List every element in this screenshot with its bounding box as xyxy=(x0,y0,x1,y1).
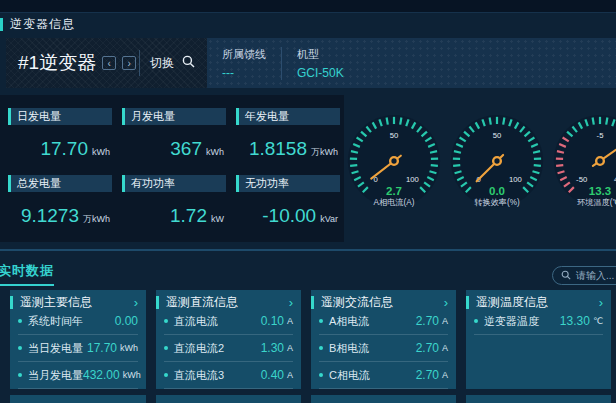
stat-card: 年发电量1.8158万kWh xyxy=(236,108,340,160)
bullet-icon xyxy=(18,319,22,323)
gauge-环境温度(℃): -50-54013.3环境温度(℃) xyxy=(552,113,616,209)
telemetry-row-label: C相电流 xyxy=(329,368,370,383)
telemetry-row-unit: A xyxy=(442,343,448,353)
panel-header[interactable]: 遥测主要信息› xyxy=(10,290,146,306)
gauge-转换效率(%): 0501000.0转换效率(%) xyxy=(449,113,545,209)
switch-device-button[interactable]: 切换 xyxy=(150,55,174,72)
top-bar xyxy=(0,0,616,13)
telemetry-row-label: 当日发电量 xyxy=(28,341,83,356)
telemetry-row-value: 432.00 xyxy=(83,368,120,382)
svg-text:100: 100 xyxy=(509,175,522,184)
telemetry-row: B相电流2.70A xyxy=(319,335,448,362)
stat-card-unit: kW xyxy=(211,214,224,224)
chevron-right-icon[interactable]: › xyxy=(444,296,448,309)
panel-header[interactable]: 遥测温度信息› xyxy=(466,290,611,306)
telemetry-row-unit: A xyxy=(442,316,448,326)
chevron-right-icon[interactable]: › xyxy=(289,296,293,309)
stat-card-value-row: -10.00kVar xyxy=(236,205,340,227)
page-header: 逆变器信息 xyxy=(0,16,75,32)
prev-device-button[interactable]: ‹ xyxy=(102,56,116,70)
stat-card-value: 367 xyxy=(170,138,202,160)
device-info-panel: 所属馈线---机型GCI-50K xyxy=(207,38,616,88)
panel-title: 遥测温度信息 xyxy=(476,294,548,311)
telemetry-row-label: 直流电流 xyxy=(174,314,218,329)
section-title-realtime: 实时数据 xyxy=(0,262,54,286)
gauge-label: 转换效率(%) xyxy=(474,198,520,207)
panel-rows: 直流电流0.10A直流电流21.30A直流电流30.40A xyxy=(156,306,301,389)
telemetry-panel-partial xyxy=(311,395,456,403)
bullet-icon xyxy=(474,319,478,323)
telemetry-row-value: 0.10 xyxy=(261,314,284,328)
telemetry-row-unit: A xyxy=(287,343,293,353)
realtime-search-input[interactable]: 请输入... xyxy=(552,266,616,285)
gauges-row: 0501002.7A相电流(A)0501000.0转换效率(%)-50-5401… xyxy=(346,113,616,209)
telemetry-row-value: 1.30 xyxy=(261,341,284,355)
stat-card-unit: 万kWh xyxy=(311,146,338,159)
telemetry-row: A相电流2.70A xyxy=(319,308,448,335)
stats-grid: 日发电量17.70kWh月发电量367kWh年发电量1.8158万kWh总发电量… xyxy=(0,95,344,227)
gauge-value: 2.7 xyxy=(386,185,402,197)
stat-card-value: 9.1273 xyxy=(21,205,79,227)
telemetry-row-value: 2.70 xyxy=(416,314,439,328)
telemetry-panel: 遥测主要信息›系统时间年0.00当日发电量17.70kWh当月发电量432.00… xyxy=(10,290,146,389)
gauge-dial: 0501000.0转换效率(%) xyxy=(449,113,545,209)
telemetry-row-value: 0.40 xyxy=(261,368,284,382)
stat-card-unit: 万kWh xyxy=(83,213,110,226)
panel-header[interactable]: 遥测直流信息› xyxy=(156,290,301,306)
panel-header[interactable]: 遥测交流信息› xyxy=(311,290,456,306)
stat-card: 总发电量9.1273万kWh xyxy=(8,175,112,227)
gauge-dial: 0501002.7A相电流(A) xyxy=(346,113,442,209)
next-device-button[interactable]: › xyxy=(122,56,136,70)
stat-card-value-row: 1.72kW xyxy=(122,205,226,227)
telemetry-panels: 遥测主要信息›系统时间年0.00当日发电量17.70kWh当月发电量432.00… xyxy=(10,290,611,389)
stat-card-unit: kWh xyxy=(206,147,224,157)
telemetry-row: 逆变器温度13.30℃ xyxy=(474,308,603,335)
panel-accent-bar xyxy=(466,296,469,309)
telemetry-row: 直流电流30.40A xyxy=(164,362,293,389)
bullet-icon xyxy=(18,346,22,350)
svg-text:100: 100 xyxy=(406,175,419,184)
device-name: #1逆变器 xyxy=(18,50,96,76)
stat-card-value-row: 17.70kWh xyxy=(8,138,112,160)
stat-card-value-row: 367kWh xyxy=(122,138,226,160)
telemetry-panels-next-row xyxy=(10,395,611,403)
bullet-icon xyxy=(164,346,168,350)
telemetry-row-value: 17.70 xyxy=(87,341,117,355)
telemetry-panel-partial xyxy=(466,395,611,403)
telemetry-panel-partial xyxy=(10,395,146,403)
stat-card-label: 月发电量 xyxy=(122,108,226,125)
telemetry-row: C相电流2.70A xyxy=(319,362,448,389)
telemetry-panel: 遥测交流信息›A相电流2.70AB相电流2.70AC相电流2.70A xyxy=(311,290,456,389)
telemetry-panel-partial xyxy=(156,395,301,403)
stat-card-value: 1.72 xyxy=(170,205,207,227)
section-divider xyxy=(0,249,616,251)
device-info-field: 所属馈线--- xyxy=(207,47,281,80)
stat-card-label: 日发电量 xyxy=(8,108,112,125)
stat-card-label: 总发电量 xyxy=(8,175,112,192)
stat-card-unit: kVar xyxy=(320,214,338,224)
svg-text:50: 50 xyxy=(390,131,399,140)
stat-card-value-row: 1.8158万kWh xyxy=(236,138,340,160)
info-field-label: 机型 xyxy=(297,47,344,62)
telemetry-row-value: 2.70 xyxy=(416,341,439,355)
info-field-value: --- xyxy=(222,66,266,80)
panel-title: 遥测交流信息 xyxy=(321,294,393,311)
telemetry-row-unit: A xyxy=(287,316,293,326)
panel-accent-bar xyxy=(311,296,314,309)
device-selector: #1逆变器 ‹ › 切换 xyxy=(6,38,207,88)
bullet-icon xyxy=(319,346,323,350)
stat-card-label: 无功功率 xyxy=(236,175,340,192)
gauge-dial: -50-54013.3环境温度(℃) xyxy=(552,113,616,209)
panel-title: 遥测主要信息 xyxy=(20,294,92,311)
header-accent-bar xyxy=(0,18,3,31)
search-icon[interactable] xyxy=(182,54,195,72)
bullet-icon xyxy=(164,319,168,323)
stat-card: 无功功率-10.00kVar xyxy=(236,175,340,227)
svg-text:50: 50 xyxy=(493,131,502,140)
chevron-right-icon[interactable]: › xyxy=(134,296,138,309)
search-icon xyxy=(561,270,571,282)
search-placeholder: 请输入... xyxy=(576,269,614,283)
stat-card-label: 有功功率 xyxy=(122,175,226,192)
panel-rows: 系统时间年0.00当日发电量17.70kWh当月发电量432.00kWh xyxy=(10,306,146,389)
chevron-right-icon[interactable]: › xyxy=(599,296,603,309)
